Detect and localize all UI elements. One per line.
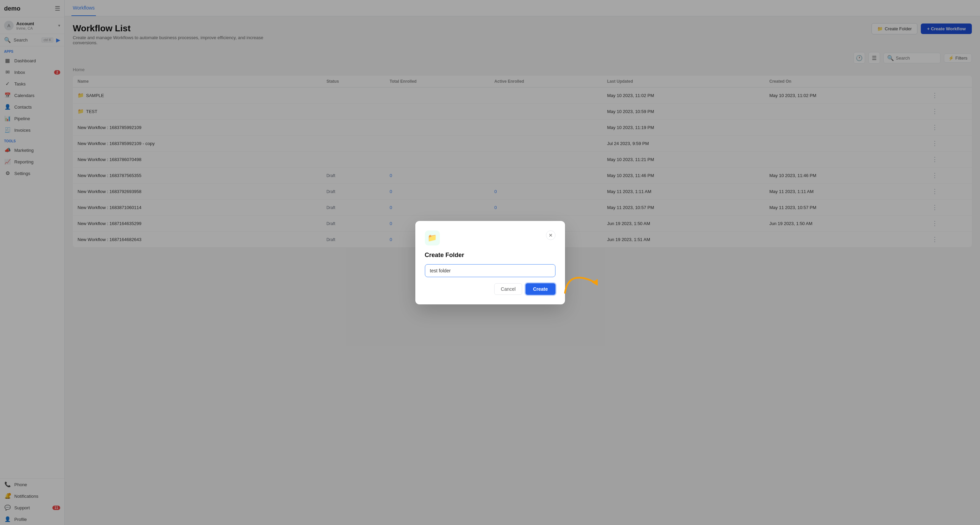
modal-title: Create Folder [425, 252, 555, 259]
modal-folder-icon: 📁 [425, 230, 440, 246]
cancel-button[interactable]: Cancel [494, 283, 522, 295]
modal-close-button[interactable]: ✕ [546, 230, 555, 240]
arrow-annotation [562, 266, 606, 298]
svg-marker-0 [592, 277, 600, 286]
create-folder-modal: 📁 ✕ Create Folder Cancel Create [415, 221, 565, 304]
modal-overlay: 📁 ✕ Create Folder Cancel Create [0, 0, 980, 525]
folder-name-input[interactable] [425, 264, 555, 277]
create-button[interactable]: Create [525, 283, 555, 295]
